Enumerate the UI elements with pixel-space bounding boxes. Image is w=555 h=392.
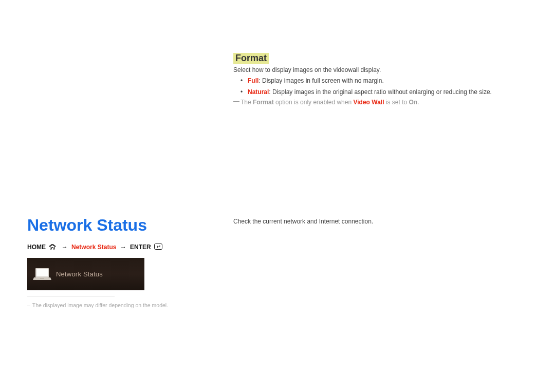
navigation-path: HOME → Network Status → ENTER <box>27 244 162 251</box>
svg-rect-2 <box>36 269 48 276</box>
bullet-text: Natural: Display images in the original … <box>248 87 492 97</box>
bullet-tail: : Display images in the original aspect … <box>269 88 492 96</box>
format-description: Select how to display images on the vide… <box>233 66 381 73</box>
note-mid2: is set to <box>384 99 409 106</box>
enter-icon <box>154 244 162 251</box>
note-suffix: . <box>417 99 419 106</box>
home-icon <box>49 244 56 251</box>
bullet-dot-icon: • <box>240 87 248 97</box>
small-note-text: The displayed image may differ depending… <box>32 302 168 308</box>
format-bullet-list: • Full: Display images in full screen wi… <box>240 76 492 99</box>
nav-home-label: HOME <box>27 244 46 251</box>
list-item: • Natural: Display images in the origina… <box>240 87 492 97</box>
tile-label: Network Status <box>56 270 103 278</box>
document-page: Format Select how to display images on t… <box>0 0 555 392</box>
nav-enter-label: ENTER <box>130 244 151 251</box>
note-mid: option is only enabled when <box>274 99 354 106</box>
nav-arrow-1: → <box>62 244 68 251</box>
bullet-tail: : Display images in full screen with no … <box>258 77 383 84</box>
svg-rect-3 <box>40 278 44 279</box>
section-heading-format: Format <box>233 53 269 64</box>
note-format-word: Format <box>253 99 274 106</box>
section-title-network-status: Network Status <box>27 216 147 235</box>
format-note: ―The Format option is only enabled when … <box>233 99 419 106</box>
bullet-strong: Natural <box>248 88 269 96</box>
bullet-strong: Full <box>248 77 258 84</box>
note-on-word: On <box>409 99 418 106</box>
nav-arrow-2: → <box>120 244 126 251</box>
small-note: –The displayed image may differ dependin… <box>27 302 168 308</box>
bullet-dot-icon: • <box>240 76 248 85</box>
network-status-description: Check the current network and Internet c… <box>233 218 373 225</box>
note-prefix: The <box>240 99 253 106</box>
note-videowall-word: Video Wall <box>353 99 384 106</box>
bullet-text: Full: Display images in full screen with… <box>248 76 384 85</box>
note-mark-icon: ― <box>233 98 240 105</box>
small-note-dash-icon: – <box>27 302 30 308</box>
list-item: • Full: Display images in full screen wi… <box>240 76 492 85</box>
laptop-icon <box>32 265 52 284</box>
network-status-tile: Network Status <box>27 258 144 290</box>
horizontal-rule <box>27 296 115 296</box>
nav-item-network-status: Network Status <box>71 244 116 251</box>
